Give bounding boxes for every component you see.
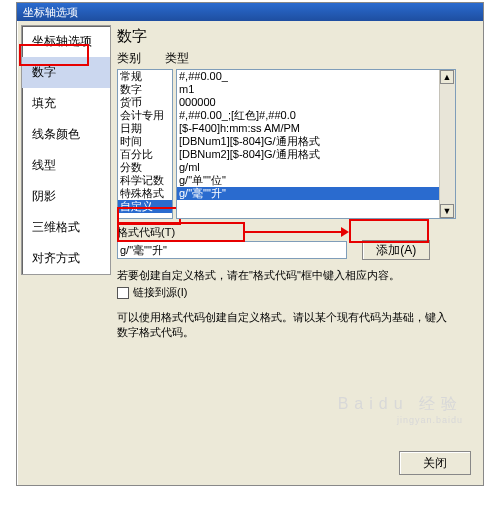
panel-heading: 数字 [117, 27, 477, 46]
sidebar-item-fill[interactable]: 填充 [22, 88, 110, 119]
close-button[interactable]: 关闭 [399, 451, 471, 475]
link-source-checkbox[interactable] [117, 287, 129, 299]
list-item-selected[interactable]: 自定义 [118, 200, 172, 213]
annotation-highlight [117, 222, 245, 242]
list-item[interactable]: g/ml [177, 161, 455, 174]
list-item[interactable]: [DBNum2][$-804]G/通用格式 [177, 148, 455, 161]
format-label: 类型 [165, 50, 477, 67]
list-item[interactable]: #,##0.00_;[红色]#,##0.0 [177, 109, 455, 122]
sidebar-item-alignment[interactable]: 对齐方式 [22, 243, 110, 274]
dialog-window: 坐标轴选项 坐标轴选项 数字 填充 线条颜色 线型 阴影 三维格式 对齐方式 数… [16, 2, 484, 486]
scroll-down-icon[interactable]: ▼ [440, 204, 454, 218]
sidebar-item-line-style[interactable]: 线型 [22, 150, 110, 181]
watermark: Baidu 经验 jingyan.baidu [323, 394, 463, 425]
list-item[interactable]: 特殊格式 [118, 187, 172, 200]
list-item[interactable]: 时间 [118, 135, 172, 148]
hint-text: 若要创建自定义格式，请在"格式代码"框中键入相应内容。 [117, 268, 477, 283]
list-item[interactable]: g/"单""位" [177, 174, 455, 187]
list-item[interactable]: [DBNum1][$-804]G/通用格式 [177, 135, 455, 148]
sidebar-item-shadow[interactable]: 阴影 [22, 181, 110, 212]
sidebar-item-axis-options[interactable]: 坐标轴选项 [22, 26, 110, 57]
list-item[interactable]: #,##0.00_ [177, 70, 455, 83]
category-listbox[interactable]: 常规 数字 货币 会计专用 日期 时间 百分比 分数 科学记数 特殊格式 自定义 [117, 69, 173, 219]
watermark-line2: jingyan.baidu [323, 415, 463, 425]
titlebar: 坐标轴选项 [17, 3, 483, 21]
category-label: 类别 [117, 50, 165, 67]
list-item[interactable]: 数字 [118, 83, 172, 96]
list-item-selected[interactable]: g/"毫""升" [177, 187, 455, 200]
format-code-input[interactable]: g/"毫""升" [117, 241, 347, 259]
watermark-line1: Baidu 经验 [323, 394, 463, 415]
sidebar-item-line-color[interactable]: 线条颜色 [22, 119, 110, 150]
list-item[interactable]: 日期 [118, 122, 172, 135]
sidebar-item-number[interactable]: 数字 [22, 57, 110, 88]
scroll-up-icon[interactable]: ▲ [440, 70, 454, 84]
format-listbox[interactable]: #,##0.00_ m1 000000 #,##0.00_;[红色]#,##0.… [176, 69, 456, 219]
sidebar-item-3d-format[interactable]: 三维格式 [22, 212, 110, 243]
main-panel: 数字 类别 类型 常规 数字 货币 会计专用 日期 时间 百分比 分数 科学记数… [117, 27, 477, 340]
sidebar: 坐标轴选项 数字 填充 线条颜色 线型 阴影 三维格式 对齐方式 [21, 25, 111, 275]
add-button[interactable]: 添加(A) [362, 240, 430, 260]
list-item[interactable]: 科学记数 [118, 174, 172, 187]
list-item[interactable]: 百分比 [118, 148, 172, 161]
list-item[interactable]: 常规 [118, 70, 172, 83]
hint-text-2: 可以使用格式代码创建自定义格式。请以某个现有代码为基础，键入数字格式代码。 [117, 310, 457, 340]
list-item[interactable]: [$-F400]h:mm:ss AM/PM [177, 122, 455, 135]
list-item[interactable]: 000000 [177, 96, 455, 109]
list-item[interactable]: 分数 [118, 161, 172, 174]
list-item[interactable]: 货币 [118, 96, 172, 109]
list-item[interactable]: m1 [177, 83, 455, 96]
link-source-label: 链接到源(I) [133, 285, 187, 300]
annotation-highlight [349, 219, 429, 243]
list-item[interactable]: 会计专用 [118, 109, 172, 122]
scrollbar[interactable]: ▲ ▼ [439, 70, 455, 218]
